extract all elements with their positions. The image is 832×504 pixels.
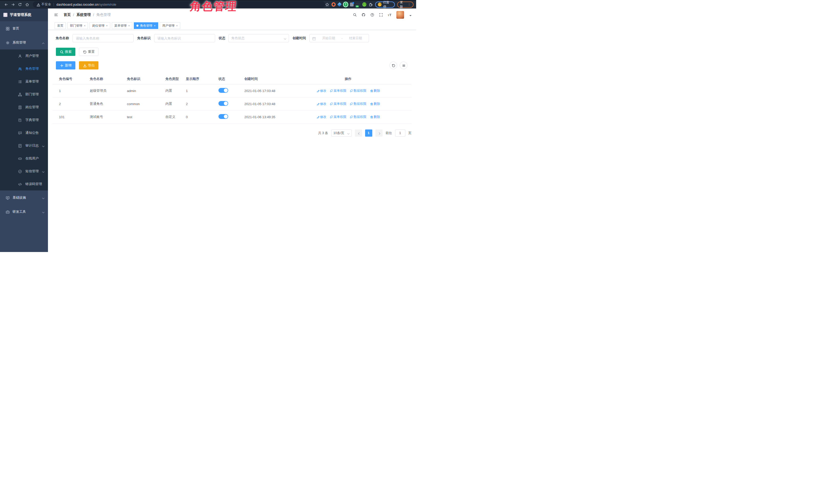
sidebar-item-user-management[interactable]: 用户管理 (0, 50, 48, 62)
menu-permission-link[interactable]: 菜单权限 (330, 89, 346, 93)
reset-button[interactable]: 重置 (79, 48, 99, 56)
briefcase-icon (6, 209, 9, 214)
status-toggle[interactable] (218, 114, 228, 119)
table-toolbar-row: 新增 导出 (53, 61, 412, 70)
sidebar-item-online-users[interactable]: 在线用户 (0, 152, 48, 165)
search-icon[interactable] (353, 12, 357, 17)
breadcrumb-home[interactable]: 首页 (63, 12, 71, 17)
browser-reload-icon[interactable] (17, 1, 24, 8)
breadcrumb: 首页 / 系统管理 / 角色管理 (63, 12, 111, 17)
fullscreen-icon[interactable] (379, 12, 383, 17)
sidebar-item-role-management[interactable]: 角色管理 (0, 62, 48, 75)
extensions-puzzle-icon[interactable] (369, 2, 373, 7)
cell-role-name: 超级管理员 (83, 88, 121, 93)
sidebar-item-label: 错误码管理 (25, 182, 42, 186)
sidebar-item-infrastructure[interactable]: 基础设施 (0, 190, 48, 205)
extension-seven-icon[interactable]: 7 (343, 2, 348, 7)
data-permission-link[interactable]: 数据权限 (350, 115, 366, 119)
goto-page-input[interactable] (395, 130, 405, 137)
sidebar-item-dev-tools[interactable]: 研发工具 (0, 205, 48, 219)
browser-menu-icon[interactable]: ⋮ (408, 3, 411, 6)
sidebar-item-sms-management[interactable]: 短信管理 (0, 165, 48, 178)
chevron-down-icon (346, 131, 349, 135)
tab-label: 部门管理 (70, 24, 82, 28)
address-bar[interactable]: 不安全 dashboard.yudao.iocoder.cn/system/ro… (33, 1, 325, 8)
browser-home-icon[interactable] (24, 1, 30, 8)
toggle-knob (224, 114, 228, 118)
sidebar-item-notice[interactable]: 通知公告 (0, 126, 48, 139)
close-icon[interactable]: × (154, 24, 155, 27)
role-key-input[interactable] (154, 34, 215, 42)
browser-update-chip[interactable]: 更新 ⋮ (397, 2, 414, 8)
date-range-picker[interactable]: 开始日期 - 结束日期 (310, 34, 369, 42)
caret-down-icon[interactable] (409, 13, 412, 17)
sidebar-item-menu-management[interactable]: 菜单管理 (0, 75, 48, 88)
app-logo[interactable]: 芋道管理系统 (0, 8, 48, 21)
edit-link[interactable]: 修改 (316, 102, 327, 106)
sidebar-item-home[interactable]: 首页 (0, 21, 48, 35)
tab-role-management[interactable]: 角色管理× (134, 22, 158, 29)
avatar[interactable] (396, 11, 404, 19)
tab-dept-management[interactable]: 部门管理× (68, 22, 88, 29)
status-toggle[interactable] (218, 101, 228, 106)
extension-on-badge-icon[interactable] (356, 3, 360, 6)
annotation-title: 角色管理 (189, 0, 238, 14)
help-icon[interactable] (370, 12, 374, 17)
edit-link[interactable]: 修改 (316, 89, 327, 93)
table-row: 2 普通角色 common 内置 2 2021-01-05 17:03:48 修… (53, 98, 412, 110)
tab-home[interactable]: 首页 (55, 22, 66, 29)
sidebar-item-post-management[interactable]: 岗位管理 (0, 101, 48, 113)
browser-forward-icon[interactable] (9, 1, 17, 8)
bookmark-star-icon[interactable] (325, 2, 329, 7)
close-icon[interactable]: × (176, 24, 178, 27)
extension-green-icon[interactable] (362, 2, 366, 7)
extension-gem-icon[interactable] (337, 2, 342, 7)
profile-paused-chip[interactable]: 已暂停 (375, 2, 395, 8)
sidebar-item-system-management[interactable]: 系统管理 (0, 35, 48, 50)
chevron-down-icon (41, 195, 44, 200)
font-size-icon[interactable] (388, 12, 392, 17)
date-separator: - (341, 36, 342, 40)
col-header-created: 创建时间 (237, 77, 300, 81)
menu-permission-link[interactable]: 菜单权限 (330, 102, 346, 106)
dashboard-icon (6, 26, 9, 30)
data-permission-link[interactable]: 数据权限 (350, 102, 366, 106)
role-name-input[interactable] (73, 34, 134, 42)
close-icon[interactable]: × (106, 24, 107, 27)
tab-user-management[interactable]: 用户管理× (160, 22, 180, 29)
sidebar-item-error-code[interactable]: 错误码管理 (0, 178, 48, 190)
tab-post-management[interactable]: 岗位管理× (89, 22, 110, 29)
github-icon[interactable] (362, 12, 366, 17)
breadcrumb-system[interactable]: 系统管理 (76, 12, 91, 17)
delete-link[interactable]: 删除 (370, 102, 380, 106)
cell-created: 2021-01-05 17:03:48 (237, 102, 300, 106)
page-number-button[interactable]: 1 (365, 130, 372, 137)
gear-icon (6, 40, 9, 44)
browser-back-icon[interactable] (3, 1, 9, 8)
search-button[interactable]: 搜索 (56, 48, 75, 56)
close-icon[interactable]: × (128, 24, 130, 27)
edit-link[interactable]: 修改 (316, 115, 327, 119)
prev-page-button[interactable] (355, 130, 362, 137)
page-size-select[interactable]: 10条/页 (331, 130, 352, 137)
status-select[interactable]: 角色状态 (229, 34, 289, 42)
sidebar-item-dept-management[interactable]: 部门管理 (0, 88, 48, 101)
status-toggle[interactable] (218, 88, 228, 93)
sidebar-item-dict-management[interactable]: 字典管理 (0, 113, 48, 126)
refresh-table-button[interactable] (389, 61, 397, 69)
sidebar-item-audit-log[interactable]: 审计日志 (0, 139, 48, 152)
tab-menu-management[interactable]: 菜单管理× (112, 22, 132, 29)
data-permission-link[interactable]: 数据权限 (350, 89, 366, 93)
users-icon (18, 67, 22, 71)
menu-permission-link[interactable]: 菜单权限 (330, 115, 346, 119)
delete-link[interactable]: 删除 (370, 89, 380, 93)
extension-orange-icon[interactable] (332, 2, 336, 7)
next-page-button[interactable] (375, 130, 383, 137)
hamburger-icon[interactable] (54, 12, 58, 17)
delete-link[interactable]: 删除 (370, 115, 380, 119)
export-button[interactable]: 导出 (79, 61, 99, 70)
extension-grid-icon[interactable] (350, 3, 354, 6)
add-button[interactable]: 新增 (56, 61, 75, 70)
close-icon[interactable]: × (84, 24, 85, 27)
column-settings-button[interactable] (400, 61, 408, 69)
